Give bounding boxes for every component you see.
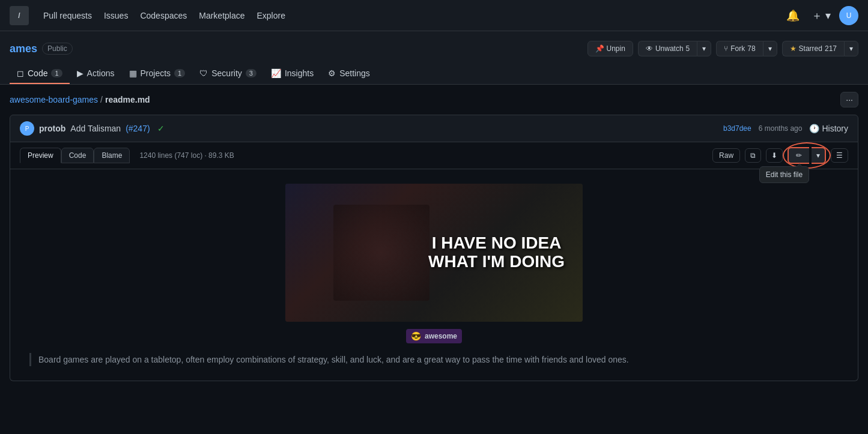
code-icon: ◻ bbox=[17, 68, 24, 78]
image-text-line1: I HAVE NO IDEA bbox=[428, 234, 565, 253]
security-icon: 🛡 bbox=[199, 68, 208, 78]
eye-icon: 👁 bbox=[646, 44, 653, 53]
sunglasses-icon: 😎 bbox=[411, 331, 421, 341]
star-button[interactable]: ★ Starred 217 bbox=[782, 41, 844, 56]
pin-icon: 📌 bbox=[595, 44, 604, 53]
issues-link[interactable]: Issues bbox=[99, 7, 133, 24]
explore-link[interactable]: Explore bbox=[252, 7, 290, 24]
commit-left: P protob Add Talisman (#247) ✓ bbox=[20, 121, 165, 136]
toc-icon: ☰ bbox=[836, 151, 843, 160]
breadcrumb-repo-link[interactable]: awesome-board-games bbox=[10, 95, 98, 104]
code-badge: 1 bbox=[51, 69, 62, 77]
breadcrumb: awesome-board-games / readme.md bbox=[10, 95, 150, 104]
commit-check-icon: ✓ bbox=[157, 124, 165, 133]
top-nav: / Pull requests Issues Codespaces Market… bbox=[0, 0, 868, 31]
file-view-bar: Preview Code Blame 1240 lines (747 loc) … bbox=[10, 142, 858, 169]
pull-requests-link[interactable]: Pull requests bbox=[38, 7, 97, 24]
history-icon: 🕐 bbox=[809, 124, 819, 133]
commit-time: 6 months ago bbox=[759, 124, 803, 133]
repo-header: ames Public 📌 Unpin 👁 Unwatch 5 ▾ bbox=[0, 31, 868, 85]
description-blockquote: Board games are played on a tabletop, of… bbox=[29, 353, 839, 366]
awesome-text: awesome bbox=[425, 332, 457, 340]
projects-icon: ▦ bbox=[129, 68, 137, 78]
readme-image: I HAVE NO IDEA WHAT I'M DOING bbox=[285, 184, 583, 322]
commit-right: b3d7dee 6 months ago 🕐 History bbox=[723, 124, 848, 133]
repo-actions: 📌 Unpin 👁 Unwatch 5 ▾ ⑂ Fork 78 bbox=[587, 41, 858, 56]
awesome-badge: 😎 awesome bbox=[406, 329, 462, 343]
watch-btn-group: 👁 Unwatch 5 ▾ bbox=[638, 41, 711, 56]
copy-button[interactable]: ⧉ bbox=[745, 148, 761, 163]
github-logo[interactable]: / bbox=[10, 6, 29, 25]
repo-title: ames Public bbox=[10, 43, 73, 55]
edit-file-button[interactable]: ✏ bbox=[788, 147, 809, 164]
code-file-tab[interactable]: Code bbox=[61, 148, 94, 163]
image-text-line2: WHAT I'M DOING bbox=[428, 253, 565, 271]
commit-pr-link[interactable]: (#247) bbox=[126, 124, 150, 133]
file-content: I HAVE NO IDEA WHAT I'M DOING 😎 awesome … bbox=[10, 169, 858, 381]
marketplace-link[interactable]: Marketplace bbox=[194, 7, 249, 24]
edit-tooltip-container: ✏ Edit this file bbox=[788, 147, 809, 164]
commit-author-name[interactable]: protob bbox=[39, 124, 65, 133]
file-actions: Raw ⧉ ⬇ ✏ Edit this file ▾ ☰ bbox=[712, 147, 848, 164]
tab-code[interactable]: ◻ Code 1 bbox=[10, 64, 70, 84]
commit-row: P protob Add Talisman (#247) ✓ b3d7dee 6… bbox=[10, 115, 858, 142]
tab-insights[interactable]: 📈 Insights bbox=[264, 64, 321, 84]
top-nav-right: 🔔 ＋ ▾ U bbox=[783, 5, 858, 26]
preview-tab[interactable]: Preview bbox=[20, 148, 61, 163]
commit-author-avatar: P bbox=[20, 121, 34, 136]
star-btn-group: ★ Starred 217 ▾ bbox=[782, 41, 858, 56]
toc-button[interactable]: ☰ bbox=[831, 148, 848, 163]
more-options-button[interactable]: ··· bbox=[840, 92, 858, 107]
file-description: Board games are played on a tabletop, of… bbox=[25, 353, 843, 366]
tab-security[interactable]: 🛡 Security 3 bbox=[192, 64, 264, 84]
user-avatar[interactable]: U bbox=[839, 6, 858, 25]
commit-message: Add Talisman bbox=[70, 124, 121, 133]
repo-name-link[interactable]: ames bbox=[10, 43, 37, 55]
edit-btn-wrapper: ✏ Edit this file ▾ bbox=[788, 147, 826, 164]
copy-icon: ⧉ bbox=[750, 151, 756, 160]
blame-tab[interactable]: Blame bbox=[94, 148, 130, 163]
tab-actions[interactable]: ▶ Actions bbox=[70, 64, 122, 84]
tab-projects[interactable]: ▦ Projects 1 bbox=[122, 64, 193, 84]
notification-bell-icon[interactable]: 🔔 bbox=[783, 5, 803, 26]
image-background: I HAVE NO IDEA WHAT I'M DOING bbox=[285, 184, 583, 322]
fork-btn-group: ⑂ Fork 78 ▾ bbox=[716, 41, 777, 56]
history-button[interactable]: 🕐 History bbox=[809, 124, 848, 133]
insights-icon: 📈 bbox=[271, 68, 281, 78]
watch-dropdown-button[interactable]: ▾ bbox=[697, 41, 711, 56]
image-text-overlay: I HAVE NO IDEA WHAT I'M DOING bbox=[428, 234, 565, 271]
repo-nav: ◻ Code 1 ▶ Actions ▦ Projects 1 🛡 Securi… bbox=[10, 64, 858, 84]
breadcrumb-bar: awesome-board-games / readme.md ··· bbox=[0, 85, 868, 115]
download-icon: ⬇ bbox=[771, 151, 777, 160]
projects-badge: 1 bbox=[174, 69, 185, 77]
raw-button[interactable]: Raw bbox=[712, 148, 740, 163]
unpin-button[interactable]: 📌 Unpin bbox=[587, 41, 633, 56]
repo-title-row: ames Public 📌 Unpin 👁 Unwatch 5 ▾ bbox=[10, 36, 858, 61]
top-nav-links: Pull requests Issues Codespaces Marketpl… bbox=[38, 7, 290, 24]
star-icon: ★ bbox=[790, 44, 797, 53]
fork-dropdown-button[interactable]: ▾ bbox=[763, 41, 777, 56]
create-new-icon[interactable]: ＋ ▾ bbox=[808, 5, 834, 26]
actions-icon: ▶ bbox=[77, 68, 83, 78]
security-badge: 3 bbox=[246, 69, 256, 77]
commit-hash-link[interactable]: b3d7dee bbox=[723, 124, 751, 133]
codespaces-link[interactable]: Codespaces bbox=[135, 7, 192, 24]
public-badge: Public bbox=[42, 43, 73, 55]
awesome-badge-inner: 😎 awesome bbox=[406, 329, 462, 343]
download-button[interactable]: ⬇ bbox=[766, 148, 783, 163]
breadcrumb-current-file: readme.md bbox=[105, 95, 150, 104]
fork-icon: ⑂ bbox=[724, 44, 728, 53]
file-tabs-row: Preview Code Blame 1240 lines (747 loc) … bbox=[20, 148, 234, 163]
edit-dropdown-button[interactable]: ▾ bbox=[812, 147, 826, 164]
file-tabs: Preview Code Blame bbox=[20, 148, 130, 163]
star-dropdown-button[interactable]: ▾ bbox=[844, 41, 858, 56]
watch-button[interactable]: 👁 Unwatch 5 bbox=[638, 41, 697, 56]
settings-icon: ⚙ bbox=[328, 68, 336, 78]
file-meta-text: 1240 lines (747 loc) · 89.3 KB bbox=[139, 151, 234, 160]
pencil-icon: ✏ bbox=[796, 151, 802, 160]
unpin-btn-group: 📌 Unpin bbox=[587, 41, 633, 56]
history-btn-container: 🕐 History bbox=[809, 124, 848, 133]
tab-settings[interactable]: ⚙ Settings bbox=[321, 64, 377, 84]
breadcrumb-separator: / bbox=[100, 95, 103, 104]
fork-button[interactable]: ⑂ Fork 78 bbox=[716, 41, 762, 56]
